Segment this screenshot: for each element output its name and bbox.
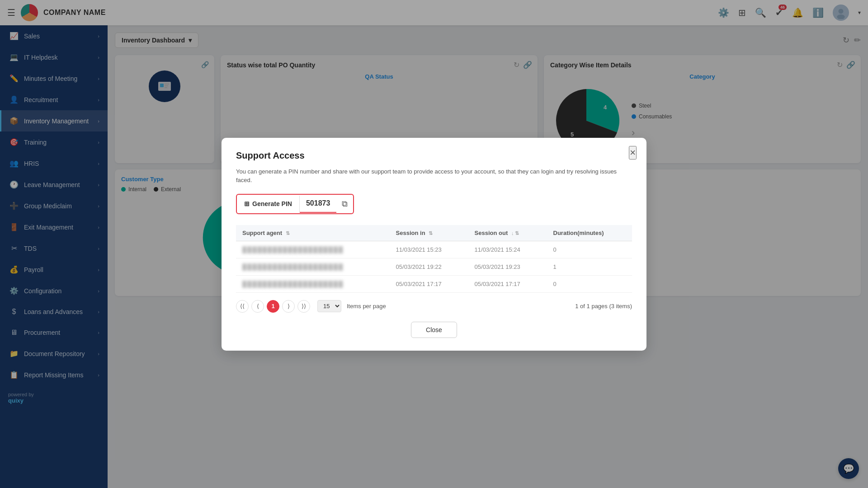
modal-overlay[interactable]: Support Access × You can generate a PIN …: [0, 0, 868, 488]
per-page-select[interactable]: 15: [317, 300, 341, 312]
col-header-session-out: Session out ↓ ⇅: [468, 225, 547, 241]
col-header-session-in: Session in ⇅: [390, 225, 468, 241]
cell-session-out: 05/03/2021 17:17: [468, 275, 547, 292]
cell-session-out: 05/03/2021 19:23: [468, 258, 547, 275]
cell-agent: ████████████████████: [236, 258, 390, 275]
cell-session-out: 11/03/2021 15:24: [468, 241, 547, 258]
prev-page-button[interactable]: ⟨: [251, 300, 264, 313]
per-page-label: Items per page: [347, 303, 386, 310]
copy-pin-button[interactable]: ⧉: [336, 195, 353, 213]
cell-session-in: 05/03/2021 19:22: [390, 258, 468, 275]
table-row: ████████████████████ 11/03/2021 15:23 11…: [236, 241, 632, 258]
cell-agent: ████████████████████: [236, 275, 390, 292]
generate-pin-button[interactable]: ⊞ Generate PIN: [237, 196, 300, 212]
first-page-button[interactable]: ⟨⟨: [236, 300, 249, 313]
cell-agent: ████████████████████: [236, 241, 390, 258]
modal-close-button[interactable]: ×: [629, 146, 637, 160]
filter-icon[interactable]: ⇅: [286, 230, 290, 236]
cell-session-in: 11/03/2021 15:23: [390, 241, 468, 258]
table-row: ████████████████████ 05/03/2021 17:17 05…: [236, 275, 632, 292]
modal-description: You can generate a PIN number and share …: [236, 167, 632, 185]
filter-icon[interactable]: ⇅: [429, 230, 433, 236]
cell-duration: 0: [547, 241, 632, 258]
col-header-support-agent: Support agent ⇅: [236, 225, 390, 241]
close-button-area: Close: [236, 322, 632, 338]
pin-value: 501873: [300, 195, 336, 213]
cell-duration: 1: [547, 258, 632, 275]
col-header-duration: Duration(minutes): [547, 225, 632, 241]
current-page-button[interactable]: 1: [267, 300, 279, 313]
next-page-button[interactable]: ⟩: [282, 300, 295, 313]
table-row: ████████████████████ 05/03/2021 19:22 05…: [236, 258, 632, 275]
cell-duration: 0: [547, 275, 632, 292]
close-button[interactable]: Close: [411, 322, 457, 338]
modal-title: Support Access: [236, 150, 632, 161]
cell-session-in: 05/03/2021 17:17: [390, 275, 468, 292]
filter-icon[interactable]: ↓ ⇅: [511, 230, 519, 236]
pagination: ⟨⟨ ⟨ 1 ⟩ ⟩⟩ 15 Items per page 1 of 1 pag…: [236, 300, 632, 313]
support-access-modal: Support Access × You can generate a PIN …: [222, 138, 646, 351]
last-page-button[interactable]: ⟩⟩: [297, 300, 310, 313]
plus-icon: ⊞: [244, 200, 250, 207]
support-access-table: Support agent ⇅ Session in ⇅ Session out…: [236, 225, 632, 293]
page-info: 1 of 1 pages (3 items): [575, 303, 632, 310]
generate-pin-label: Generate PIN: [252, 200, 292, 207]
pin-area: ⊞ Generate PIN 501873 ⧉: [236, 194, 354, 214]
